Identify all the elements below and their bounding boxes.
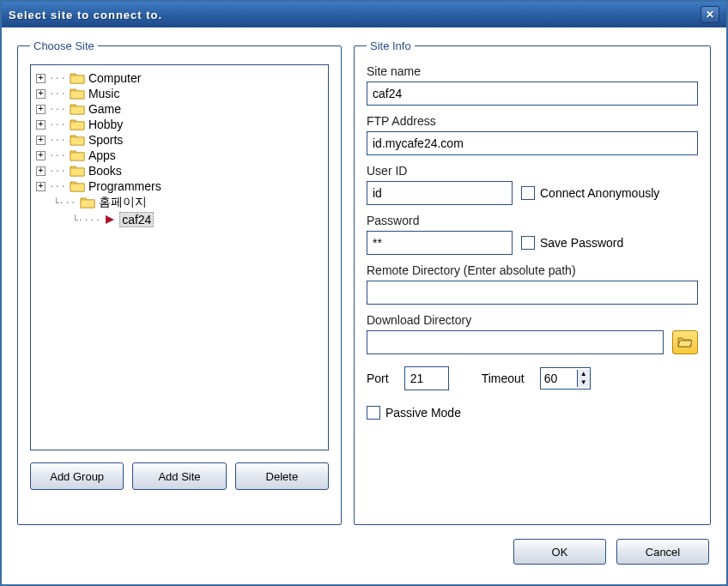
- tree-item-label: Apps: [88, 148, 116, 162]
- user-id-label: User ID: [367, 164, 698, 178]
- delete-button[interactable]: Delete: [235, 462, 329, 490]
- titlebar: Select site to connect to. ✕: [2, 2, 726, 27]
- tree-item-folder[interactable]: +···Computer: [34, 70, 325, 86]
- tree-item-folder[interactable]: +···Hobby: [34, 117, 325, 132]
- site-tree[interactable]: +···Computer+···Music+···Game+···Hobby+·…: [30, 64, 329, 450]
- tree-item-folder[interactable]: +···Apps: [34, 148, 325, 163]
- expand-icon[interactable]: +: [36, 120, 46, 130]
- expand-icon[interactable]: +: [36, 89, 46, 99]
- user-id-input[interactable]: [367, 181, 513, 205]
- tree-item-label: Music: [88, 87, 120, 100]
- tree-item-folder[interactable]: +···Books: [34, 163, 325, 178]
- download-dir-label: Download Directory: [367, 313, 698, 327]
- site-arrow-icon: [104, 214, 116, 226]
- site-info-group: Site Info Site name FTP Address User ID …: [354, 39, 711, 525]
- passive-mode-label: Passive Mode: [385, 406, 461, 420]
- tree-item-folder[interactable]: └···홈페이지: [34, 194, 325, 211]
- folder-icon: [70, 134, 85, 146]
- connect-anon-checkbox[interactable]: Connect Anonymously: [521, 186, 659, 200]
- expand-icon[interactable]: +: [36, 136, 46, 145]
- svg-rect-2: [70, 106, 84, 114]
- folder-icon: [70, 118, 85, 130]
- tree-item-label: caf24: [119, 212, 154, 227]
- tree-item-label: Programmers: [88, 179, 161, 193]
- tree-item-label: Computer: [88, 71, 141, 85]
- timeout-spinner[interactable]: ▲ ▼: [540, 367, 591, 390]
- svg-rect-8: [81, 200, 94, 208]
- ok-button[interactable]: OK: [513, 539, 606, 565]
- download-dir-input[interactable]: [367, 330, 664, 354]
- tree-item-label: 홈페이지: [99, 195, 147, 210]
- save-password-label: Save Password: [540, 236, 623, 250]
- expand-icon[interactable]: +: [36, 105, 46, 114]
- tree-item-label: Books: [88, 164, 122, 178]
- folder-icon: [70, 88, 85, 100]
- tree-item-folder[interactable]: +···Programmers: [34, 178, 325, 194]
- add-site-button[interactable]: Add Site: [132, 462, 226, 490]
- folder-open-icon: [677, 335, 693, 350]
- connect-anon-label: Connect Anonymously: [540, 186, 659, 200]
- add-group-button[interactable]: Add Group: [30, 462, 124, 490]
- folder-icon: [80, 196, 95, 208]
- close-icon: ✕: [706, 9, 715, 21]
- expand-icon[interactable]: +: [36, 166, 46, 176]
- ftp-address-label: FTP Address: [367, 114, 698, 128]
- save-password-checkbox[interactable]: Save Password: [521, 236, 623, 250]
- svg-rect-1: [70, 91, 84, 99]
- spinner-up-icon[interactable]: ▲: [578, 370, 590, 378]
- tree-item-label: Sports: [88, 133, 123, 147]
- tree-item-label: Game: [88, 102, 121, 116]
- choose-site-legend: Choose Site: [30, 39, 98, 52]
- port-input[interactable]: [404, 366, 449, 390]
- tree-item-folder[interactable]: +···Game: [34, 101, 325, 117]
- cancel-button[interactable]: Cancel: [616, 539, 709, 565]
- expand-icon[interactable]: +: [36, 74, 46, 83]
- checkbox-icon: [521, 236, 535, 250]
- tree-item-folder[interactable]: +···Music: [34, 86, 325, 101]
- svg-rect-7: [70, 184, 84, 191]
- site-name-label: Site name: [367, 64, 698, 78]
- folder-icon: [70, 103, 85, 115]
- tree-item-label: Hobby: [88, 118, 123, 131]
- site-info-legend: Site Info: [367, 39, 415, 52]
- ftp-address-input[interactable]: [367, 131, 698, 155]
- timeout-input[interactable]: [541, 369, 577, 388]
- tree-item-site[interactable]: └····caf24: [34, 211, 325, 228]
- remote-dir-label: Remote Directory (Enter absolute path): [367, 263, 698, 277]
- svg-rect-0: [70, 76, 84, 83]
- expand-icon[interactable]: +: [36, 182, 46, 191]
- remote-dir-input[interactable]: [367, 281, 698, 305]
- svg-rect-3: [70, 122, 84, 130]
- checkbox-icon: [367, 406, 380, 420]
- spinner-down-icon[interactable]: ▼: [578, 378, 590, 387]
- password-input[interactable]: [367, 231, 513, 255]
- folder-icon: [70, 165, 85, 177]
- tree-item-folder[interactable]: +···Sports: [34, 132, 325, 148]
- choose-site-group: Choose Site +···Computer+···Music+···Gam…: [17, 39, 342, 525]
- port-label: Port: [367, 372, 389, 385]
- svg-rect-5: [70, 153, 84, 160]
- checkbox-icon: [521, 186, 535, 200]
- site-name-input[interactable]: [367, 82, 698, 106]
- expand-icon[interactable]: +: [36, 151, 46, 160]
- folder-icon: [70, 180, 85, 192]
- window-title: Select site to connect to.: [9, 9, 162, 21]
- passive-mode-checkbox[interactable]: Passive Mode: [367, 406, 698, 420]
- svg-rect-4: [70, 137, 84, 145]
- svg-rect-6: [70, 168, 84, 176]
- close-button[interactable]: ✕: [701, 6, 719, 23]
- timeout-label: Timeout: [482, 372, 525, 385]
- folder-icon: [70, 72, 85, 84]
- folder-icon: [70, 149, 85, 161]
- password-label: Password: [367, 214, 698, 227]
- browse-button[interactable]: [672, 330, 698, 354]
